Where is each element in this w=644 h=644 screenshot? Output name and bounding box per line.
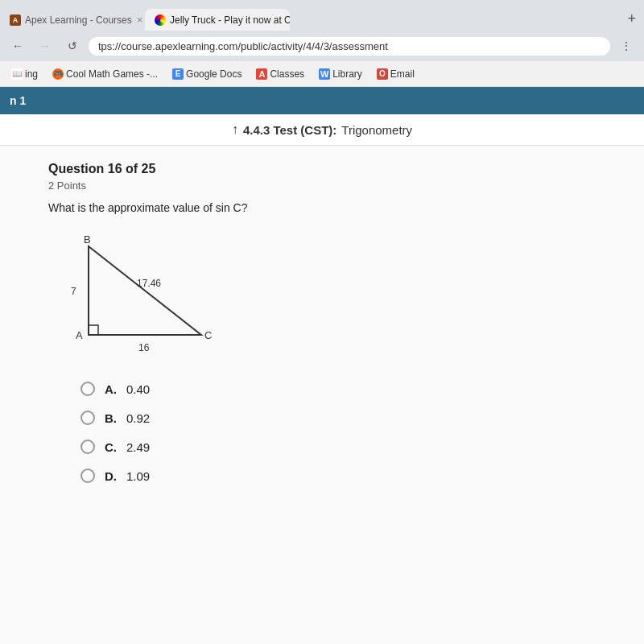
question-text: What is the approximate value of sin C? xyxy=(48,201,596,214)
radio-d[interactable] xyxy=(80,469,95,483)
test-header-icon: ↑ xyxy=(232,122,238,137)
answer-option-b[interactable]: B. 0.92 xyxy=(80,411,596,425)
tab-jelly-label: Jelly Truck - Play it now at C xyxy=(170,14,290,26)
address-bar-row: ← → ↺ tps://course.apexlearning.com/publ… xyxy=(0,31,644,61)
reading-icon: 📖 xyxy=(11,68,23,80)
test-header: ↑ 4.4.3 Test (CST): Trigonometry xyxy=(0,114,644,146)
answer-c-value: 2.49 xyxy=(126,440,150,454)
bookmark-email[interactable]: O Email xyxy=(372,67,419,81)
site-header: n 1 xyxy=(0,87,644,114)
address-bar[interactable]: tps://course.apexlearning.com/public/act… xyxy=(89,37,610,56)
browser-chrome: A Apex Learning - Courses × Jelly Truck … xyxy=(0,0,644,87)
forward-button[interactable]: → xyxy=(34,35,56,57)
vertex-b-label: B xyxy=(84,233,91,246)
answer-b-value: 0.92 xyxy=(126,411,150,425)
answer-d-letter: D. xyxy=(105,469,117,483)
bookmark-coolmath[interactable]: 🎮 Cool Math Games -... xyxy=(47,67,163,81)
bookmark-coolmath-label: Cool Math Games -... xyxy=(66,68,158,80)
bookmark-library-label: Library xyxy=(332,68,362,80)
answer-a-letter: A. xyxy=(105,382,117,396)
bookmark-library[interactable]: W Library xyxy=(314,67,367,81)
bookmark-googledocs-label: Google Docs xyxy=(186,68,242,80)
email-icon: O xyxy=(377,68,388,80)
library-icon: W xyxy=(319,68,330,80)
test-title: 4.4.3 Test (CST): xyxy=(243,123,336,137)
googledocs-icon: E xyxy=(172,68,184,80)
svg-marker-0 xyxy=(89,246,201,335)
answer-c-letter: C. xyxy=(105,440,117,454)
vertex-a-label: A xyxy=(76,329,83,341)
more-menu-button[interactable]: ⋮ xyxy=(615,35,638,57)
answer-option-a[interactable]: A. 0.40 xyxy=(80,382,596,396)
side-bc-label: 17.46 xyxy=(137,278,161,289)
question-title: Question 16 of 25 xyxy=(48,162,596,176)
vertex-c-label: C xyxy=(204,329,212,341)
coolmath-icon: 🎮 xyxy=(52,68,64,80)
side-ac-label: 16 xyxy=(138,342,150,353)
new-tab-button[interactable]: + xyxy=(619,7,644,31)
section-label: n 1 xyxy=(10,94,26,107)
answer-d-value: 1.09 xyxy=(126,469,150,483)
test-subtitle: Trigonometry xyxy=(341,123,412,137)
radio-c[interactable] xyxy=(80,440,95,454)
refresh-button[interactable]: ↺ xyxy=(61,35,84,57)
back-button[interactable]: ← xyxy=(6,35,29,57)
jelly-favicon xyxy=(155,14,166,26)
apex-favicon: A xyxy=(10,14,21,26)
tab-apex-learning[interactable]: A Apex Learning - Courses × xyxy=(0,9,145,31)
tab-jelly-truck[interactable]: Jelly Truck - Play it now at C 🔇 × xyxy=(145,9,290,31)
triangle-diagram: B A C 7 17.46 16 xyxy=(64,230,596,362)
answer-options: A. 0.40 B. 0.92 C. 2.49 D. 1.09 xyxy=(48,382,596,483)
svg-rect-1 xyxy=(89,325,98,335)
tab-bar: A Apex Learning - Courses × Jelly Truck … xyxy=(0,0,644,31)
radio-a[interactable] xyxy=(80,382,95,396)
bookmark-reading[interactable]: 📖 ing xyxy=(6,67,43,81)
bookmark-googledocs[interactable]: E Google Docs xyxy=(167,67,246,81)
radio-b[interactable] xyxy=(80,411,95,425)
main-content: Question 16 of 25 2 Points What is the a… xyxy=(0,146,644,644)
answer-option-d[interactable]: D. 1.09 xyxy=(80,469,596,483)
points-label: 2 Points xyxy=(48,180,596,192)
classes-icon: A xyxy=(256,68,267,80)
answer-b-letter: B. xyxy=(105,411,117,425)
address-text: tps://course.apexlearning.com/public/act… xyxy=(98,40,388,52)
tab-apex-label: Apex Learning - Courses xyxy=(25,14,132,26)
tab-apex-close[interactable]: × xyxy=(137,14,143,26)
answer-option-c[interactable]: C. 2.49 xyxy=(80,440,596,454)
bookmark-classes-label: Classes xyxy=(270,68,304,80)
side-ab-label: 7 xyxy=(71,286,76,297)
bookmarks-bar: 📖 ing 🎮 Cool Math Games -... E Google Do… xyxy=(0,61,644,87)
bookmark-reading-label: ing xyxy=(25,68,38,80)
bookmark-email-label: Email xyxy=(390,68,415,80)
bookmark-classes[interactable]: A Classes xyxy=(251,67,309,81)
answer-a-value: 0.40 xyxy=(126,382,150,396)
triangle-svg: B A C 7 17.46 16 xyxy=(64,230,242,359)
